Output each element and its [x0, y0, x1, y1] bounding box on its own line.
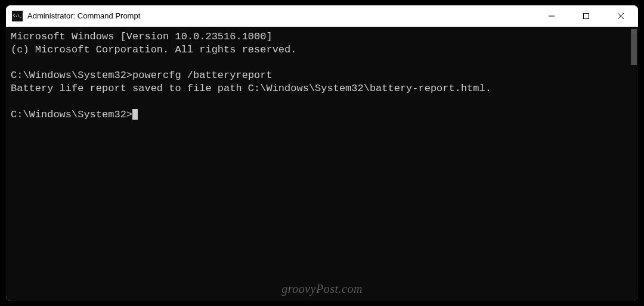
prompt-path-current: C:\Windows\System32>: [11, 109, 132, 120]
titlebar[interactable]: C:\_ Administrator: Command Prompt: [6, 5, 638, 27]
cmd-icon: C:\_: [12, 11, 23, 21]
text-cursor: [132, 109, 138, 120]
scrollbar-thumb[interactable]: [631, 29, 637, 65]
minimize-button[interactable]: [534, 5, 569, 26]
os-version-line: Microsoft Windows [Version 10.0.23516.10…: [11, 31, 273, 42]
window-title: Administrator: Command Prompt: [27, 11, 534, 20]
svg-rect-3: [584, 13, 589, 18]
prompt-path: C:\Windows\System32>: [11, 70, 132, 81]
window-controls: [534, 5, 638, 26]
maximize-button[interactable]: [569, 5, 603, 26]
close-button[interactable]: [603, 5, 638, 26]
command-output: Battery life report saved to file path C…: [11, 83, 491, 94]
scrollbar-track[interactable]: [628, 27, 638, 301]
copyright-line: (c) Microsoft Corporation. All rights re…: [11, 44, 296, 55]
terminal-output[interactable]: Microsoft Windows [Version 10.0.23516.10…: [6, 27, 628, 301]
terminal-area: Microsoft Windows [Version 10.0.23516.10…: [6, 27, 638, 301]
entered-command: powercfg /batteryreport: [132, 70, 273, 81]
command-prompt-window: C:\_ Administrator: Command Prompt Micro…: [6, 5, 638, 301]
svg-text:C:\_: C:\_: [13, 13, 22, 18]
